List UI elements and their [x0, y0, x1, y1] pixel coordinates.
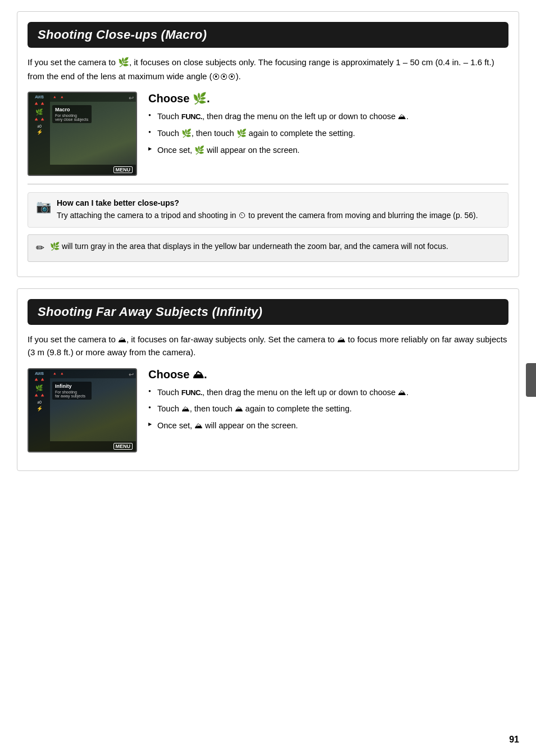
infinity-intro-text: If you set the camera to ⛰, it focuses o…: [28, 333, 508, 359]
tip-title: How can I take better close-ups?: [57, 198, 478, 207]
macro-info-title: Macro: [55, 107, 89, 112]
cam-sidebar-item-2: 🔺🔺: [33, 101, 46, 107]
macro-camera-screen: ↩ AWB 🔺🔺 🌿 🔺🔺 ±0 ⚡ 🔺 🔺 Macro For shootin…: [28, 92, 137, 176]
cam-menu-bar: MENU: [50, 165, 136, 175]
mountain-icon-2: ⛰: [181, 404, 190, 413]
infinity-bullet-2: Touch ⛰, then touch ⛰ again to complete …: [148, 403, 508, 415]
cam-top-item-2: 🔺: [60, 95, 65, 99]
macro-icon-heading: 🌿: [193, 92, 207, 105]
inf-cam-sidebar-item-2: 🔺🔺: [33, 377, 46, 383]
mountain-small-1: ⛰: [398, 112, 406, 121]
inf-cam-sidebar-item-6: ⚡: [37, 406, 43, 412]
inf-cam-top-item-1: 🔺: [52, 372, 57, 376]
macro-tip-box: 📷 How can I take better close-ups? Try a…: [28, 192, 508, 228]
inf-cam-top-item-2: 🔺: [60, 372, 65, 376]
macro-section-title: Shooting Close-ups (Macro): [28, 22, 508, 48]
infinity-section: Shooting Far Away Subjects (Infinity) If…: [17, 288, 519, 471]
cam-menu-label: MENU: [113, 166, 133, 173]
mountain-icon-3: ⛰: [235, 404, 243, 413]
macro-icon-4: 🌿: [194, 146, 205, 155]
cam-sidebar-item-6: ⚡: [37, 130, 43, 135]
macro-icon-3: 🌿: [237, 129, 247, 138]
page-number: 91: [509, 735, 519, 745]
wide-angle-icon: ⦿⦿⦿: [212, 71, 236, 83]
macro-bullet-2: Touch 🌿, then touch 🌿 again to complete …: [148, 128, 508, 140]
func-text-2: FUNC.: [181, 388, 202, 397]
macro-camera-inner: ↩ AWB 🔺🔺 🌿 🔺🔺 ±0 ⚡ 🔺 🔺 Macro For shootin…: [29, 93, 136, 175]
inf-cam-sidebar-item-5: ±0: [37, 400, 42, 405]
macro-cam-sidebar: AWB 🔺🔺 🌿 🔺🔺 ±0 ⚡: [29, 93, 50, 175]
infinity-info-box: Infinity For shootingfar away subjects: [52, 382, 92, 400]
macro-section: Shooting Close-ups (Macro) If you set th…: [17, 11, 519, 277]
tip-content: How can I take better close-ups? Try att…: [57, 198, 478, 221]
infinity-icon-1: ⛰: [118, 334, 126, 344]
cam-sidebar-item-5: ±0: [37, 124, 42, 129]
note-pencil-icon: ✏: [36, 241, 44, 256]
macro-intro-text: If you set the camera to 🌿, it focuses o…: [28, 56, 508, 83]
infinity-two-col: ↩ AWB 🔺🔺 🌿 🔺🔺 ±0 ⚡ 🔺 🔺 Infinity For shoo…: [28, 368, 508, 452]
infinity-info-sub: For shootingfar away subjects: [55, 390, 89, 398]
infinity-info-title: Infinity: [55, 383, 89, 389]
infinity-cam-sidebar: AWB 🔺🔺 🌿 🔺🔺 ±0 ⚡: [29, 369, 50, 451]
func-text-1: FUNC.: [181, 112, 202, 121]
macro-divider: [28, 184, 508, 184]
cam-sidebar-item-4: 🔺🔺: [33, 117, 46, 123]
infinity-bullet-list: Touch FUNC., then drag the menu on the l…: [148, 387, 508, 432]
mountain-icon-4: ⛰: [194, 421, 203, 430]
macro-bullet-3: Once set, 🌿 will appear on the screen.: [148, 144, 508, 157]
inf-cam-menu-bar: MENU: [50, 441, 136, 451]
note-text: 🌿 will turn gray in the area that displa…: [50, 241, 448, 252]
macro-bullet-list: Touch FUNC., then drag the menu on the l…: [148, 111, 508, 156]
macro-info-box: Macro For shootingvery close subjects: [52, 105, 92, 123]
inf-cam-menu-label: MENU: [113, 443, 133, 450]
tip-body: Try attaching the camera to a tripod and…: [57, 210, 478, 221]
infinity-camera-inner: ↩ AWB 🔺🔺 🌿 🔺🔺 ±0 ⚡ 🔺 🔺 Infinity For shoo…: [29, 369, 136, 451]
infinity-bullet-1: Touch FUNC., then drag the menu on the l…: [148, 387, 508, 399]
mountain-small-2: ⛰: [398, 388, 406, 397]
macro-note-box: ✏ 🌿 will turn gray in the area that disp…: [28, 234, 508, 262]
mountain-icon-heading: ⛰: [193, 368, 204, 381]
inf-cam-top-bar: 🔺 🔺: [50, 369, 136, 378]
timer-icon: ⏲: [238, 211, 246, 220]
cam-sidebar-item-3: 🌿: [35, 108, 43, 115]
inf-cam-sidebar-item-1: AWB: [35, 372, 44, 376]
infinity-section-title: Shooting Far Away Subjects (Infinity): [28, 299, 508, 325]
infinity-choose-heading: Choose ⛰.: [148, 368, 508, 381]
inf-cam-sidebar-item-4: 🔺🔺: [33, 393, 46, 399]
note-macro-icon: 🌿: [50, 242, 60, 251]
inf-cam-sidebar-item-3: 🌿: [35, 384, 43, 391]
cam-top-item-1: 🔺: [52, 95, 57, 99]
macro-bullet-1: Touch FUNC., then drag the menu on the l…: [148, 111, 508, 123]
cam-sidebar-item-1: AWB: [35, 95, 44, 99]
infinity-camera-screen: ↩ AWB 🔺🔺 🌿 🔺🔺 ±0 ⚡ 🔺 🔺 Infinity For shoo…: [28, 368, 137, 452]
tip-camera-icon: 📷: [36, 200, 51, 214]
cam-top-bar: 🔺 🔺: [50, 93, 136, 102]
macro-icon: 🌿: [118, 57, 129, 67]
bookmark-tab: [526, 363, 536, 397]
infinity-bullet-3: Once set, ⛰ will appear on the screen.: [148, 420, 508, 432]
macro-icon-2: 🌿: [181, 129, 192, 138]
infinity-instructions: Choose ⛰. Touch FUNC., then drag the men…: [148, 368, 508, 437]
macro-two-col: ↩ AWB 🔺🔺 🌿 🔺🔺 ±0 ⚡ 🔺 🔺 Macro For shootin…: [28, 92, 508, 176]
macro-choose-heading: Choose 🌿.: [148, 92, 508, 105]
macro-info-sub: For shootingvery close subjects: [55, 114, 89, 121]
macro-instructions: Choose 🌿. Touch FUNC., then drag the men…: [148, 92, 508, 161]
infinity-icon-2: ⛰: [337, 334, 346, 344]
